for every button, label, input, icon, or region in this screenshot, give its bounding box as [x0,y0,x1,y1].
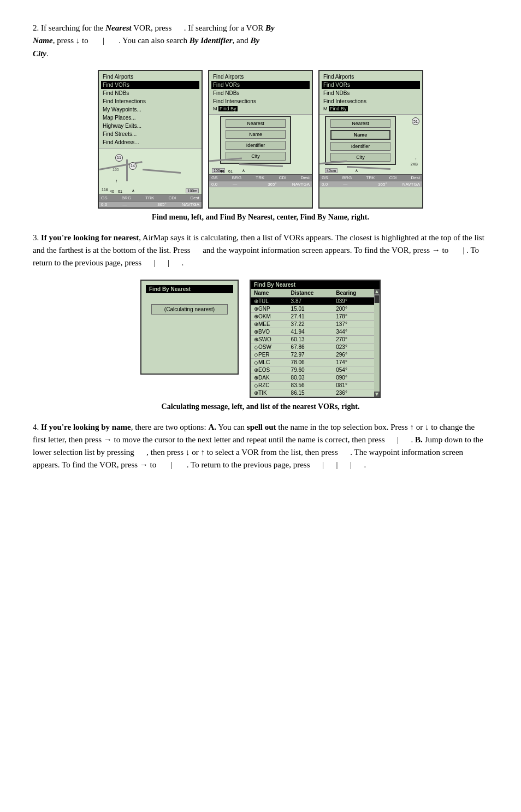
cdi-val-c: 365° [268,182,277,187]
figure-1-row: Find Airports Find VORs Find NDBs Find I… [33,70,488,209]
figure-2-caption: Calculating message, left, and list of t… [33,402,488,411]
vor-dist-per: 72.97 [288,351,333,358]
scroll-thumb [375,295,379,303]
para4-spell-out: spell out [247,423,276,431]
vor-table-scroll: Name Distance Bearing ⊕TUL 3.87 039° ⊕GN… [251,289,380,397]
vor-row-per: ◇PER 72.97 296° [251,351,374,358]
gps-status-right: GS BRG TRK CDI Dest [319,174,422,181]
status-cdi-r: CDI [389,175,397,180]
vor-bear-bvo: 344° [333,328,374,335]
menu-r-ndbs: Find NDBs [322,89,420,97]
para2-nearest: Nearest [105,23,132,32]
gps-screen-right: Find Airports Find VORs Find NDBs Find I… [318,70,423,209]
navtga-r: NAVTGA [402,182,420,187]
menu-r-airports: Find Airports [322,73,420,81]
gs-val-c: 0.0 [211,182,217,187]
vor-list-box: Find By Nearest Name Distance Bearing ⊕T… [250,280,381,398]
status-navtga: NAVTGA [182,202,199,207]
scroll-down-arrow: ▼ [374,392,380,397]
vor-name-mee: ⊕MEE [251,320,288,328]
status-trk: TRK [145,195,154,200]
gps-screen-left: Find Airports Find VORs Find NDBs Find I… [98,70,203,209]
vor-name-dak: ⊕DAK [251,374,288,381]
col-name: Name [251,289,288,298]
para4-b: B. [415,435,423,444]
vor-name-osw: ◇OSW [251,343,288,351]
navtga-c: NAVTGA [292,182,310,187]
calculating-text: (Calculating nearest) [151,304,228,315]
vor-name-eos: ⊕EOS [251,366,288,374]
vor-bear-dak: 090° [333,374,374,381]
status-dest: Dest [191,195,199,200]
vor-name-tul: ⊕TUL [251,297,288,305]
menu-find-address: Find Address... [101,138,199,146]
menu-c-m: M Find By [211,105,310,113]
vor-bear-rzc: 081° [333,381,374,389]
status-brg: BRG [122,195,131,200]
vor-dist-mlc: 78.06 [288,358,333,366]
gps-status-center: GS BRG TRK CDI Dest [209,174,312,181]
vor-row-tik: ⊕TIK 86.15 236° [251,389,374,396]
vor-name-gnp: ⊕GNP [251,305,288,312]
menu-c-vors: Find VORs [211,81,310,89]
menu-find-airports: Find Airports [101,73,199,81]
status-gs: GS [101,195,108,200]
vor-name-rzc: ◇RZC [251,381,288,389]
calculating-title: Find By Nearest [146,285,233,293]
vor-bear-per: 296° [333,351,374,358]
vor-bear-osw: 023° [333,343,374,351]
gs-val-r: 0.0 [322,182,328,187]
gps-status-left: GS BRG TRK CDI Dest [99,194,202,201]
gps-screen-center: Find Airports Find VORs Find NDBs Find I… [208,70,313,209]
find-by-right: Nearest Name Identifier City [325,116,396,165]
vor-row-eos: ⊕EOS 79.60 054° [251,366,374,374]
vor-dist-dak: 80.03 [288,374,333,381]
vor-row-swo: ⊕SWO 60.13 270° [251,335,374,343]
vor-row-gnp: ⊕GNP 15.01 200° [251,305,374,312]
status-cdi: CDI [169,195,176,200]
find-by-center: Nearest Name Identifier City [220,116,291,164]
menu-c-ndbs: Find NDBs [211,89,310,97]
menu-r-m: M Find By [322,105,420,113]
scroll-up-arrow: ▲ [374,289,380,294]
vor-dist-rzc: 83.56 [288,381,333,389]
menu-r-vors: Find VORs [322,81,420,89]
cdi-val-r: 365° [378,182,387,187]
vor-dist-mee: 37.22 [288,320,333,328]
scroll-bar: ▲ ▼ [374,289,380,397]
vor-name-mlc: ◇MLC [251,358,288,366]
menu-r-intersections: Find Intersections [322,97,420,105]
status-gs-val: 0.0 [101,202,107,207]
vor-dist-bvo: 41.94 [288,328,333,335]
vor-name-bvo: ⊕BVO [251,328,288,335]
status-dest-c: Dest [301,175,310,180]
vor-row-mee: ⊕MEE 37.22 137° [251,320,374,328]
vor-bear-swo: 270° [333,335,374,343]
vor-dist-tul: 3.87 [288,297,333,305]
vor-row-mlc: ◇MLC 78.06 174° [251,358,374,366]
status-trk-c: TRK [256,175,264,180]
vor-dist-tik: 86.15 [288,389,333,396]
vor-row-dak: ⊕DAK 80.03 090° [251,374,374,381]
vor-bear-mee: 137° [333,320,374,328]
brg-val-r: — [343,182,347,187]
gps-map-center: Nearest Name Identifier City ∧ 100m 44 6… [209,114,312,174]
vor-table: Name Distance Bearing ⊕TUL 3.87 039° ⊕GN… [251,289,374,397]
para4-a: A. [208,423,216,431]
para3-bold: If you're looking for nearest [41,233,139,242]
gps-status-center-2: 0.0 — 365° NAVTGA [209,181,312,187]
col-distance: Distance [288,289,333,298]
vor-row-rzc: ◇RZC 83.56 081° [251,381,374,389]
gps-status-left-2: 0.0 — 365° NAVTGA [99,201,202,208]
vor-name-per: ◇PER [251,351,288,358]
menu-find-vors: Find VORs [101,81,199,89]
gps-status-right-2: 0.0 — 365° NAVTGA [319,181,422,187]
status-cdi-c: CDI [279,175,287,180]
figure-2-row: Find By Nearest (Calculating nearest) Fi… [33,280,488,398]
gps-map-right: Nearest Name Identifier City 51 ↑ 2KB 40… [319,114,422,174]
vor-bear-eos: 054° [333,366,374,374]
status-dest-r: Dest [411,175,420,180]
vor-row-tul: ⊕TUL 3.87 039° [251,297,374,305]
para4-bold: If you're looking by name [41,423,131,431]
menu-map-places: Map Places... [101,114,199,122]
